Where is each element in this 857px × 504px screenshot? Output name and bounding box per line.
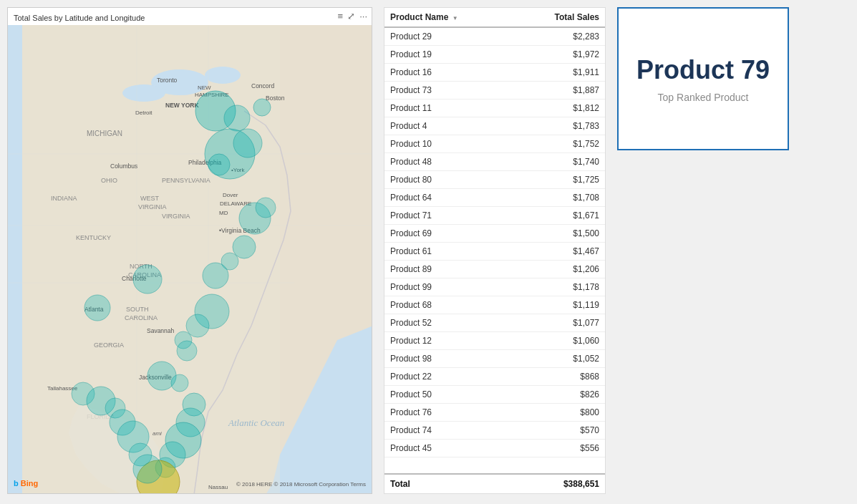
hamburger-icon[interactable]: ≡ xyxy=(338,11,344,21)
svg-text:MD: MD xyxy=(219,210,228,216)
svg-text:Columbus: Columbus xyxy=(110,163,137,170)
sales-cell: $1,178 xyxy=(513,278,605,296)
table-row: Product 11 $1,812 xyxy=(384,100,605,117)
sales-cell: $1,077 xyxy=(513,314,605,332)
product-name-cell: Product 16 xyxy=(384,64,513,82)
table-row: Product 68 $1,119 xyxy=(384,296,605,314)
table-row: Product 80 $1,725 xyxy=(384,171,605,189)
sales-cell: $1,887 xyxy=(513,82,605,100)
svg-point-49 xyxy=(208,154,230,175)
page-container: Total Sales by Latitude and Longitude ≡ … xyxy=(0,0,857,504)
kpi-card: Product 79 Top Ranked Product xyxy=(617,7,789,150)
sales-cell: $1,752 xyxy=(513,135,605,153)
svg-text:INDIANA: INDIANA xyxy=(51,195,77,202)
svg-point-60 xyxy=(177,341,197,361)
svg-text:KENTUCKY: KENTUCKY xyxy=(76,234,111,241)
svg-text:Boston: Boston xyxy=(266,94,285,102)
sales-cell: $556 xyxy=(513,440,605,457)
sales-cell: $826 xyxy=(513,386,605,404)
col-header-sales[interactable]: Total Sales xyxy=(513,8,605,27)
sales-cell: $1,740 xyxy=(513,153,605,171)
map-toolbar-icons: ≡ ⤢ ··· xyxy=(338,11,367,21)
table-row: Product 73 $1,887 xyxy=(384,82,605,100)
svg-text:WEST: WEST xyxy=(140,195,160,202)
sales-cell: $1,206 xyxy=(513,261,605,278)
svg-point-75 xyxy=(133,455,162,483)
total-label: Total xyxy=(390,479,410,489)
product-name-cell: Product 71 xyxy=(384,207,513,225)
svg-point-45 xyxy=(224,105,250,131)
svg-point-62 xyxy=(171,374,188,392)
product-name-cell: Product 48 xyxy=(384,153,513,171)
svg-point-3 xyxy=(122,84,165,102)
svg-text:PENNSYLVANIA: PENNSYLVANIA xyxy=(162,177,210,184)
svg-text:Detroit: Detroit xyxy=(135,110,152,116)
table-row: Product 71 $1,671 xyxy=(384,207,605,225)
kpi-label: Top Ranked Product xyxy=(658,92,749,103)
svg-point-54 xyxy=(203,263,228,289)
table-row: Product 99 $1,178 xyxy=(384,278,605,296)
table-row: Product 4 $1,783 xyxy=(384,117,605,135)
svg-text:Dover: Dover xyxy=(223,192,238,198)
map-title: Total Sales by Latitude and Longitude xyxy=(14,14,145,22)
svg-text:Toronto: Toronto xyxy=(157,77,178,84)
product-name-cell: Product 22 xyxy=(384,368,513,386)
svg-point-51 xyxy=(256,198,276,218)
product-name-cell: Product 11 xyxy=(384,100,513,117)
svg-text:Nassau: Nassau xyxy=(208,484,228,490)
table-body: Product 29 $2,283 Product 19 $1,972 Prod… xyxy=(384,27,605,457)
table-row: Product 98 $1,052 xyxy=(384,350,605,368)
sales-cell: $868 xyxy=(513,368,605,386)
product-name-cell: Product 10 xyxy=(384,135,513,153)
svg-text:Atlantic Ocean: Atlantic Ocean xyxy=(228,417,284,428)
table-row: Product 10 $1,752 xyxy=(384,135,605,153)
svg-point-48 xyxy=(233,129,262,158)
sales-cell: $1,060 xyxy=(513,332,605,350)
more-icon[interactable]: ··· xyxy=(359,11,367,21)
sales-cell: $2,283 xyxy=(513,27,605,46)
svg-text:OHIO: OHIO xyxy=(101,177,117,184)
product-name-cell: Product 12 xyxy=(384,332,513,350)
svg-text:Concord: Concord xyxy=(251,82,274,89)
table-row: Product 64 $1,708 xyxy=(384,189,605,207)
table-row: Product 52 $1,077 xyxy=(384,314,605,332)
table-row: Product 12 $1,060 xyxy=(384,332,605,350)
expand-icon[interactable]: ⤢ xyxy=(347,11,355,21)
kpi-value: Product 79 xyxy=(636,54,770,85)
map-svg-area: MICHIGAN OHIO INDIANA KENTUCKY WEST VIRG… xyxy=(8,25,372,493)
product-name-cell: Product 80 xyxy=(384,171,513,189)
product-name-cell: Product 52 xyxy=(384,314,513,332)
svg-text:GEORGIA: GEORGIA xyxy=(94,341,124,349)
sales-cell: $1,500 xyxy=(513,225,605,243)
sales-cell: $1,911 xyxy=(513,64,605,82)
svg-point-2 xyxy=(205,67,241,84)
table-panel: Product Name ▼ Total Sales Product 29 $2… xyxy=(384,7,606,494)
product-name-cell: Product 76 xyxy=(384,404,513,422)
col-header-product[interactable]: Product Name ▼ xyxy=(384,8,513,27)
total-value: $388,651 xyxy=(563,479,599,489)
table-row: Product 61 $1,467 xyxy=(384,243,605,261)
sort-icon-product: ▼ xyxy=(452,15,458,21)
sales-cell: $1,052 xyxy=(513,350,605,368)
product-name-cell: Product 45 xyxy=(384,440,513,457)
product-name-cell: Product 98 xyxy=(384,350,513,368)
table-footer: Total $388,651 xyxy=(384,473,605,493)
bing-logo: b Bing xyxy=(14,479,38,488)
product-name-cell: Product 64 xyxy=(384,189,513,207)
table-row: Product 50 $826 xyxy=(384,386,605,404)
product-name-cell: Product 50 xyxy=(384,386,513,404)
svg-point-59 xyxy=(84,295,110,321)
svg-text:SOUTH: SOUTH xyxy=(126,306,149,313)
sales-cell: $1,671 xyxy=(513,207,605,225)
svg-text:VIRGINIA: VIRGINIA xyxy=(138,203,167,210)
sales-cell: $1,783 xyxy=(513,117,605,135)
table-row: Product 76 $800 xyxy=(384,404,605,422)
product-name-cell: Product 89 xyxy=(384,261,513,278)
table-row: Product 74 $570 xyxy=(384,422,605,440)
product-name-cell: Product 4 xyxy=(384,117,513,135)
product-name-cell: Product 69 xyxy=(384,225,513,243)
svg-text:ami: ami xyxy=(152,430,162,437)
table-scroll-area[interactable]: Product Name ▼ Total Sales Product 29 $2… xyxy=(384,8,605,470)
product-name-cell: Product 68 xyxy=(384,296,513,314)
product-name-cell: Product 61 xyxy=(384,243,513,261)
